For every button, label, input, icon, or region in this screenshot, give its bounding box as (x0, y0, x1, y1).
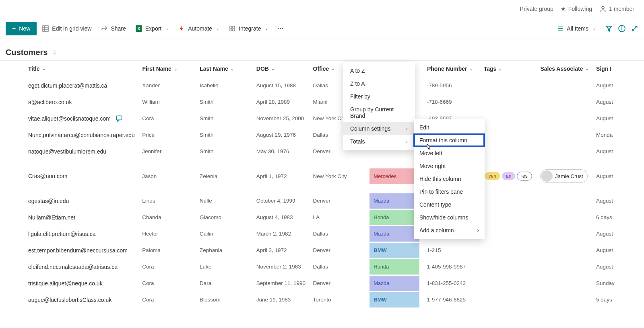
following-toggle[interactable]: ★Following (561, 6, 592, 12)
cell-last-name: Zelenia (200, 173, 256, 179)
cell-office: Dallas (313, 231, 370, 237)
table-row[interactable]: est.tempor.bibendum@neccursusa.comPaloma… (0, 242, 644, 258)
cell-last-name: Smith (200, 132, 256, 138)
expand-icon[interactable] (631, 25, 638, 32)
table-row[interactable]: Nullam@Etiam.netChandaGiacomoAugust 4, 1… (0, 209, 644, 226)
cell-dob: October 4, 1999 (256, 198, 313, 204)
cell-office: Denver (313, 247, 370, 253)
share-icon (101, 25, 107, 32)
header-dob[interactable]: DOB⌄ (256, 66, 313, 72)
column-context-menu: A to Z Z to A Filter by Group by Current… (343, 62, 415, 150)
cell-last-name: Smith (200, 115, 256, 121)
table-row[interactable]: egestas@in.eduLinusNelleOctober 4, 1999D… (0, 193, 644, 209)
header-title[interactable]: Title⌄ (28, 66, 142, 72)
show-hide-columns[interactable]: Show/hide columns (414, 211, 485, 224)
members-count[interactable]: 1 member (599, 5, 634, 12)
comment-icon[interactable] (116, 115, 123, 122)
cell-first-name: Price (142, 132, 200, 138)
filter-by[interactable]: Filter by (343, 90, 415, 103)
header-tags[interactable]: Tags⌄ (484, 66, 541, 72)
cell-title: eget.dictum.placerat@mattis.ca (28, 82, 142, 89)
cell-last-name: Luke (200, 264, 256, 270)
person-chip[interactable]: Jamie Crust (540, 169, 587, 183)
cell-office: Denver (313, 280, 370, 286)
header-sales-associate[interactable]: Sales Associate⌄ (540, 66, 596, 72)
brand-tag: Honda (369, 259, 419, 275)
tag-pill: an (502, 172, 515, 180)
more-button[interactable]: ⋯ (274, 23, 287, 34)
cell-title: ligula.elit.pretium@risus.ca (28, 231, 142, 237)
pin-to-filters[interactable]: Pin to filters pane (414, 185, 485, 198)
add-a-column[interactable]: Add a column› (414, 224, 485, 237)
chevron-down-icon: ⌄ (331, 67, 334, 71)
cell-title: tristique.aliquet@neque.co.uk (28, 280, 142, 287)
svg-rect-9 (230, 29, 232, 31)
group-privacy-label: Private group (520, 6, 553, 12)
table-row[interactable]: Nunc.pulvinar.arcu@conubianostraper.eduP… (0, 127, 644, 143)
group-by[interactable]: Group by Current Brand (343, 103, 415, 122)
cell-title: augue@luctuslobortisClass.co.uk (28, 297, 142, 303)
chevron-right-icon: › (406, 126, 408, 131)
cell-dob: August 4, 1983 (256, 214, 313, 220)
cell-office: New York City (313, 173, 370, 179)
header-last-name[interactable]: Last Name⌄ (200, 66, 256, 72)
brand-tag: Mazda (369, 276, 419, 291)
view-switcher[interactable]: All Items⌄ (553, 23, 600, 34)
cell-title: a@aclibero.co.uk (28, 99, 142, 105)
list-icon (557, 25, 564, 32)
table-row[interactable]: natoque@vestibulumlorem.eduJenniferSmith… (0, 143, 644, 160)
svg-point-0 (602, 6, 604, 9)
table-row[interactable]: ligula.elit.pretium@risus.caHectorCailin… (0, 226, 644, 242)
table-row[interactable]: eleifend.nec.malesuada@atrisus.caCoraLuk… (0, 258, 644, 275)
share-button[interactable]: Share (97, 23, 130, 34)
chevron-down-icon: ⌄ (231, 67, 234, 71)
hide-this-column[interactable]: Hide this column (414, 172, 485, 185)
cell-sign: August (596, 231, 644, 237)
column-headers: Title⌄ First Name⌄ Last Name⌄ DOB⌄ Offic… (0, 60, 644, 77)
format-this-column[interactable]: Format this column (414, 134, 485, 147)
export-button[interactable]: X Export⌄ (132, 23, 173, 34)
header-first-name[interactable]: First Name⌄ (142, 66, 200, 72)
table-row[interactable]: eget.dictum.placerat@mattis.caXanderIsab… (0, 77, 644, 94)
chevron-down-icon: ⌄ (271, 67, 275, 71)
table-row[interactable]: vitae.aliquet@sociisnatoque.comCoraSmith… (0, 110, 644, 127)
integrate-button[interactable]: Integrate⌄ (225, 23, 272, 34)
new-button[interactable]: + New (6, 22, 37, 35)
info-icon[interactable] (618, 25, 625, 32)
table-row[interactable]: a@aclibero.co.ukWilliamSmithApril 28, 19… (0, 94, 644, 110)
chevron-down-icon: ⌄ (42, 67, 45, 71)
cell-sign: Sunday (596, 280, 644, 286)
table-row[interactable]: Cras@non.comJasonZeleniaApril 1, 1972New… (0, 160, 644, 193)
cell-last-name: Smith (200, 99, 256, 105)
cell-first-name: Chanda (142, 214, 200, 220)
table-row[interactable]: augue@luctuslobortisClass.co.ukCoraBloss… (0, 291, 644, 308)
sort-a-to-z[interactable]: A to Z (343, 64, 415, 77)
content-type[interactable]: Content type (414, 198, 485, 211)
cell-office: Denver (313, 198, 370, 204)
cell-last-name: Giacomo (200, 214, 256, 220)
favorite-toggle[interactable]: ☆ (52, 49, 57, 56)
cell-title: Cras@non.com (28, 173, 142, 179)
header-phone[interactable]: Phone Number⌄ (427, 66, 484, 72)
filter-icon[interactable] (605, 25, 613, 32)
move-right[interactable]: Move right (414, 160, 485, 172)
cell-dob: November 25, 2000 (256, 115, 313, 121)
edit-in-grid-button[interactable]: Edit in grid view (38, 23, 95, 34)
cell-sign: 5 days (596, 297, 644, 303)
automate-button[interactable]: Automate⌄ (174, 23, 223, 34)
site-header: Private group ★Following 1 member (0, 0, 644, 18)
sort-z-to-a[interactable]: Z to A (343, 77, 415, 90)
table-row[interactable]: tristique.aliquet@neque.co.ukCoraDaraSep… (0, 275, 644, 291)
cell-first-name: Hector (142, 231, 200, 237)
person-icon (599, 5, 607, 12)
cell-phone: -789-5956 (427, 82, 484, 88)
move-left[interactable]: Move left (414, 147, 485, 160)
totals[interactable]: Totals› (343, 135, 415, 148)
cell-dob: September 11, 1990 (256, 280, 313, 286)
cell-sales-associate: Jamie Crust (540, 169, 596, 183)
header-sign[interactable]: Sign I (596, 66, 644, 72)
edit-column[interactable]: Edit (414, 121, 485, 134)
column-settings[interactable]: Column settings› (343, 122, 415, 135)
excel-icon: X (136, 25, 142, 32)
chevron-right-icon: › (477, 227, 479, 234)
